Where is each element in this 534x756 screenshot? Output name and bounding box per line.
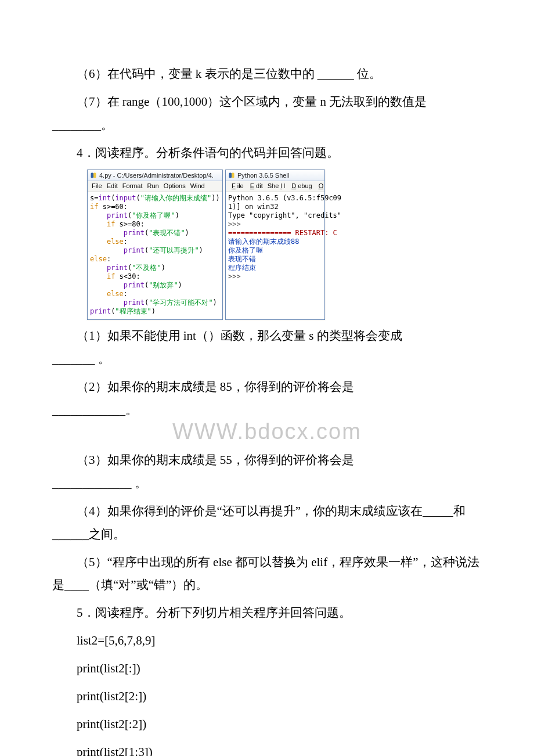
question-4-5: （5）“程序中出现的所有 else 都可以替换为 elif，程序效果一样”，这种…	[52, 551, 482, 597]
q4-2-blank: ____________。	[52, 403, 138, 417]
question-7: （7）在 range（100,1000）这个区域内，变量 n 无法取到的数值是 …	[52, 91, 482, 137]
shell-window: Python 3.6.5 Shell FFileile Edit Shell D…	[225, 170, 325, 321]
menu-edit[interactable]: Edit	[247, 182, 265, 190]
editor-code: s=int(input("请输入你的期末成绩")) if s>=60: prin…	[88, 192, 222, 319]
editor-window: 4.py - C:/Users/Administrator/Desktop/4.…	[87, 170, 223, 321]
document-page: （6）在代码中，变量 k 表示的是三位数中的 ______ 位。 （7）在 ra…	[0, 0, 534, 756]
code-line: print(list2[:2])	[77, 713, 482, 736]
shell-title-text: Python 3.6.5 Shell	[237, 171, 289, 180]
svg-rect-1	[93, 172, 96, 178]
editor-titlebar: 4.py - C:/Users/Administrator/Desktop/4.	[88, 170, 222, 182]
q7-blank-line: ________。	[52, 118, 113, 132]
q4-2-text: （2）如果你的期末成绩是 85，你得到的评价将会是	[52, 376, 354, 399]
menu-shell[interactable]: Shell	[266, 182, 287, 190]
menu-options[interactable]: Opti	[315, 182, 324, 190]
shell-menubar: FFileile Edit Shell Debug Opti	[226, 181, 324, 192]
question-4-1: （1）如果不能使用 int（）函数，那么变量 s 的类型将会变成 _______…	[52, 325, 482, 371]
menu-window[interactable]: Wind	[189, 182, 207, 190]
q4-5-text: （5）“程序中出现的所有 else 都可以替换为 elif，程序效果一样”，这种…	[52, 555, 479, 592]
shell-titlebar: Python 3.6.5 Shell	[226, 170, 324, 182]
python-icon	[90, 172, 97, 179]
question-4-4: （4）如果你得到的评价是“还可以再提升”，你的期末成绩应该在_____和____…	[52, 500, 482, 546]
question-4-3: （3）如果你的期末成绩是 55，你得到的评价将会是 _____________ …	[52, 449, 482, 495]
question-4-2: （2）如果你的期末成绩是 85，你得到的评价将会是 ____________。	[52, 376, 482, 422]
python-icon	[228, 172, 235, 179]
svg-rect-2	[229, 172, 232, 178]
svg-rect-3	[232, 172, 234, 178]
question-5-intro: 5．阅读程序。分析下列切片相关程序并回答问题。	[52, 602, 482, 625]
q4-3-blank: _____________ 。	[52, 476, 147, 490]
code-screenshot: 4.py - C:/Users/Administrator/Desktop/4.…	[87, 170, 482, 321]
code-line: print(list2[1:3])	[77, 741, 482, 756]
menu-options[interactable]: Options	[162, 182, 187, 190]
q4-1-text: （1）如果不能使用 int（）函数，那么变量 s 的类型将会变成	[52, 325, 402, 348]
slice-code-block: list2=[5,6,7,8,9] print(list2[:]) print(…	[52, 629, 482, 756]
question-6: （6）在代码中，变量 k 表示的是三位数中的 ______ 位。	[52, 63, 482, 86]
code-line: list2=[5,6,7,8,9]	[77, 629, 482, 653]
editor-menubar: File Edit Format Run Options Wind	[88, 181, 222, 192]
menu-file[interactable]: File	[90, 182, 104, 190]
menu-debug[interactable]: Debug	[288, 182, 313, 190]
editor-title-text: 4.py - C:/Users/Administrator/Desktop/4.	[99, 171, 214, 180]
shell-output: Python 3.6.5 (v3.6.5:f59c09 1)] on win32…	[226, 192, 324, 285]
svg-rect-0	[91, 172, 94, 178]
menu-format[interactable]: Format	[121, 182, 145, 190]
menu-file[interactable]: FFileile	[228, 182, 246, 190]
q4-3-text: （3）如果你的期末成绩是 55，你得到的评价将会是	[52, 449, 354, 472]
q4-1-blank: _______ 。	[52, 352, 110, 366]
question-4-intro: 4．阅读程序。分析条件语句的代码并回答问题。	[52, 142, 482, 165]
menu-edit[interactable]: Edit	[105, 182, 120, 190]
q7-text: （7）在 range（100,1000）这个区域内，变量 n 无法取到的数值是	[52, 91, 427, 114]
code-line: print(list2[2:])	[77, 685, 482, 708]
menu-run[interactable]: Run	[146, 182, 161, 190]
q4-4-text: （4）如果你得到的评价是“还可以再提升”，你的期末成绩应该在_____和____…	[52, 504, 466, 541]
code-line: print(list2[:])	[77, 657, 482, 681]
